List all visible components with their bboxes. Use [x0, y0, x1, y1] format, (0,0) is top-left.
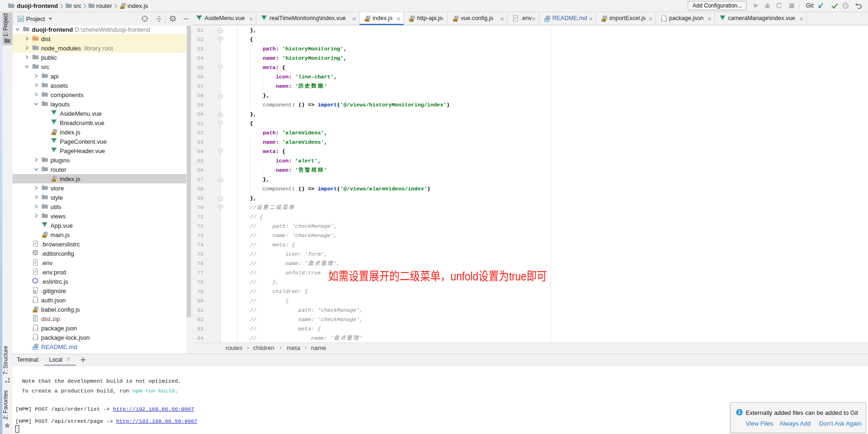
svg-text:MD: MD: [544, 19, 549, 22]
svg-text:{·}: {·}: [32, 327, 39, 331]
svg-text:JS: JS: [409, 19, 414, 22]
svg-text:MD: MD: [33, 347, 37, 350]
svg-text:JS: JS: [52, 179, 56, 182]
svg-text:JS: JS: [42, 235, 47, 238]
svg-text:JS: JS: [602, 19, 606, 22]
svg-text:JS: JS: [52, 132, 56, 135]
svg-text:{·}: {·}: [32, 299, 39, 303]
svg-text:JS: JS: [453, 19, 458, 22]
svg-text:JS: JS: [120, 6, 125, 9]
svg-text:{·}: {·}: [32, 336, 39, 340]
svg-text:JS: JS: [365, 19, 369, 22]
svg-text:JS: JS: [33, 309, 37, 313]
svg-text:{·}: {·}: [661, 17, 667, 21]
